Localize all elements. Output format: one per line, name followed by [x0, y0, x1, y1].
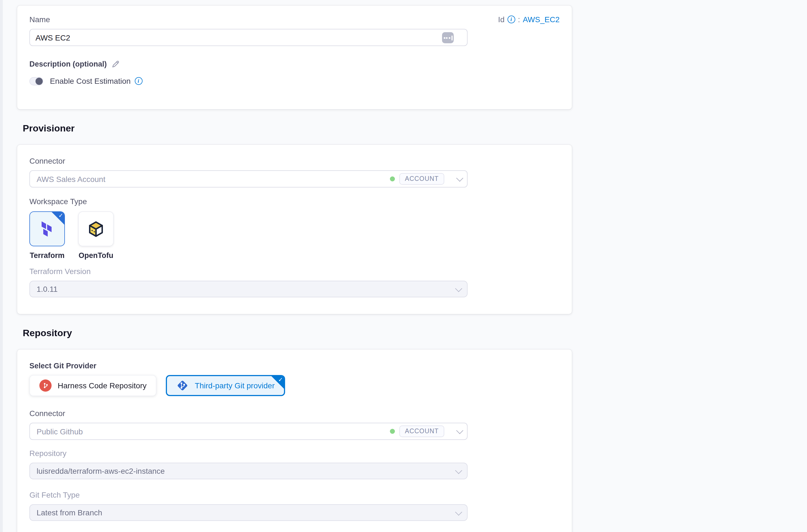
- repo-connector-label: Connector: [30, 410, 560, 418]
- repository-label: Repository: [30, 449, 560, 458]
- repository-card: Select Git Provider Harness Code Reposit…: [17, 349, 572, 532]
- name-label: Name: [30, 15, 50, 23]
- page-left-edge: [0, 0, 3, 532]
- repo-connector-select[interactable]: Public Github ACCOUNT: [30, 423, 467, 440]
- workspace-config-page: Name Id i : AWS_EC2 AWS EC2 Description …: [0, 0, 807, 532]
- workspace-id: Id i : AWS_EC2: [498, 15, 560, 24]
- workspace-type-opentofu[interactable]: [78, 211, 114, 246]
- name-input[interactable]: AWS EC2: [30, 29, 467, 46]
- workspace-type-terraform[interactable]: [30, 211, 65, 246]
- provisioner-card: Connector AWS Sales Account ACCOUNT Work…: [17, 145, 572, 314]
- repository-value: luisredda/terraform-aws-ec2-instance: [37, 467, 165, 475]
- git-provider-label: Select Git Provider: [30, 362, 560, 370]
- id-value-link[interactable]: AWS_EC2: [523, 15, 560, 24]
- description-label: Description (optional): [30, 60, 107, 68]
- git-fetch-type-label: Git Fetch Type: [30, 491, 560, 499]
- toggle-knob: [36, 77, 43, 84]
- git-fetch-type-value: Latest from Branch: [37, 508, 102, 517]
- harness-code-icon: [39, 379, 52, 392]
- git-provider-harness-label: Harness Code Repository: [58, 381, 147, 390]
- terraform-version-value: 1.0.11: [37, 285, 58, 293]
- repository-select[interactable]: luisredda/terraform-aws-ec2-instance: [30, 463, 467, 479]
- cost-estimation-info-icon[interactable]: i: [134, 77, 142, 85]
- edit-description-icon[interactable]: [111, 60, 119, 68]
- connector-status-dot: [390, 429, 395, 434]
- terraform-tile-label: Terraform: [30, 251, 64, 260]
- connector-scope-badge: ACCOUNT: [399, 425, 444, 437]
- git-fetch-type-select[interactable]: Latest from Branch: [30, 504, 467, 521]
- chevron-down-icon: [456, 427, 463, 434]
- chevron-down-icon: [455, 508, 462, 515]
- git-provider-third-party[interactable]: Third-party Git provider: [166, 375, 285, 396]
- git-provider-harness-code[interactable]: Harness Code Repository: [30, 375, 157, 396]
- chevron-down-icon: [456, 174, 463, 182]
- opentofu-tile-label: OpenTofu: [78, 251, 113, 260]
- id-label: Id: [498, 15, 504, 24]
- repo-connector-value: Public Github: [37, 427, 83, 436]
- connector-scope-badge: ACCOUNT: [399, 173, 444, 185]
- id-info-icon[interactable]: i: [507, 16, 515, 23]
- fixed-value-type-icon[interactable]: [442, 32, 454, 43]
- git-icon: [177, 379, 189, 392]
- id-separator: :: [518, 15, 520, 24]
- repository-heading: Repository: [23, 328, 572, 339]
- workspace-type-label: Workspace Type: [30, 197, 560, 206]
- terraform-version-label: Terraform Version: [30, 267, 560, 276]
- connector-status-dot: [390, 176, 395, 182]
- workspace-details-card: Name Id i : AWS_EC2 AWS EC2 Description …: [17, 5, 572, 109]
- terraform-version-select[interactable]: 1.0.11: [30, 281, 467, 297]
- git-provider-thirdparty-label: Third-party Git provider: [195, 381, 275, 390]
- chevron-down-icon: [455, 467, 462, 474]
- cost-estimation-toggle[interactable]: [30, 77, 43, 85]
- provisioner-heading: Provisioner: [23, 123, 572, 134]
- provisioner-connector-label: Connector: [30, 157, 560, 165]
- chevron-down-icon: [455, 285, 462, 291]
- name-input-value: AWS EC2: [36, 33, 70, 42]
- cost-estimation-label: Enable Cost Estimation: [50, 77, 131, 86]
- terraform-logo-icon: [38, 220, 56, 238]
- provisioner-connector-select[interactable]: AWS Sales Account ACCOUNT: [30, 170, 467, 188]
- provisioner-connector-value: AWS Sales Account: [37, 174, 105, 183]
- opentofu-logo-icon: [86, 219, 106, 239]
